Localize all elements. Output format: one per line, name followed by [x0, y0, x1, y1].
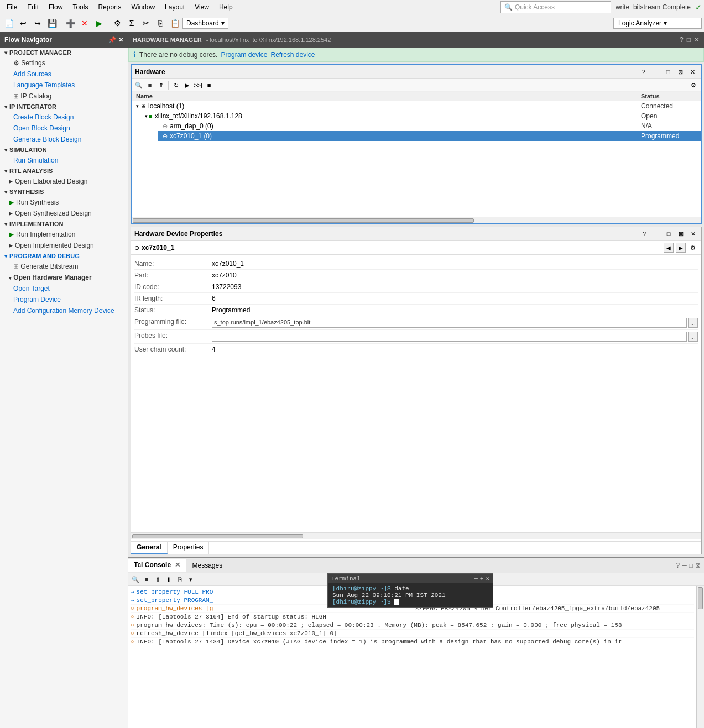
sidebar-item-run-synthesis[interactable]: ▶ Run Synthesis [0, 197, 128, 208]
hw-collapse-button[interactable]: ⇑ [156, 80, 166, 90]
sidebar-item-open-synthesized[interactable]: ▶ Open Synthesized Design [0, 208, 128, 219]
copy-button[interactable]: ⎘ [154, 17, 167, 30]
console-help-icon[interactable]: ? [676, 562, 680, 569]
terminal-min-button[interactable]: ─ [474, 575, 478, 582]
props-tab-general[interactable]: General [131, 542, 168, 554]
menu-view[interactable]: View [190, 2, 213, 12]
menu-flow[interactable]: Flow [44, 2, 67, 12]
menu-file[interactable]: File [2, 2, 22, 12]
dp-restore-icon[interactable]: ⊠ [676, 229, 686, 239]
hw-manager-help-icon[interactable]: ? [680, 36, 684, 44]
menu-edit[interactable]: Edit [23, 2, 43, 12]
menu-layout[interactable]: Layout [160, 2, 189, 12]
menu-reports[interactable]: Reports [93, 2, 126, 12]
sidebar-item-open-implemented[interactable]: ▶ Open Implemented Design [0, 240, 128, 251]
program-device-link[interactable]: Program device [221, 51, 267, 59]
hw-search-button[interactable]: 🔍 [134, 80, 144, 90]
hw-manager-close-icon[interactable]: ✕ [694, 36, 700, 44]
dashboard-select[interactable]: Dashboard ▾ [182, 18, 228, 29]
tcl-console-close-icon[interactable]: ✕ [175, 561, 180, 569]
sidebar-item-program-device[interactable]: Program Device [0, 294, 128, 305]
dp-max-icon[interactable]: □ [664, 229, 674, 239]
sidebar-item-open-block-design[interactable]: Open Block Design [0, 123, 128, 134]
hw-panel-restore-icon[interactable]: ⊠ [675, 67, 685, 77]
section-rtl-analysis-header[interactable]: ▾ RTL ANALYSIS [0, 166, 128, 176]
hw-manager-float-icon[interactable]: □ [687, 36, 691, 44]
terminal-max-button[interactable]: + [480, 575, 484, 582]
refresh-device-link[interactable]: Refresh device [270, 51, 315, 59]
console-scrollbar[interactable] [696, 586, 704, 728]
console-restore-icon[interactable]: ⊠ [695, 562, 701, 569]
props-progfile-input[interactable]: s_top.runs/impl_1/ebaz4205_top.bit [212, 318, 687, 328]
console-collapse-button[interactable]: ⇑ [153, 574, 163, 584]
sigma-button[interactable]: Σ [125, 17, 138, 30]
hw-panel-close-icon[interactable]: ✕ [687, 67, 697, 77]
dp-min-icon[interactable]: ─ [651, 229, 661, 239]
paste-button[interactable]: 📋 [168, 17, 181, 30]
sidebar-item-add-sources[interactable]: Add Sources [0, 69, 128, 80]
menu-help[interactable]: Help [215, 2, 237, 12]
section-synthesis-header[interactable]: ▾ SYNTHESIS [0, 187, 128, 197]
redo-button[interactable]: ↪ [31, 17, 44, 30]
sidebar-item-generate-block-design[interactable]: Generate Block Design [0, 134, 128, 145]
console-copy-button[interactable]: ⎘ [175, 574, 185, 584]
sidebar-item-open-hw-manager[interactable]: ▾ Open Hardware Manager [0, 272, 128, 283]
terminal-close-button[interactable]: ✕ [486, 575, 489, 582]
hw-tree-row-arm[interactable]: ⊕ arm_dap_0 (0) N/A [158, 121, 701, 131]
sidebar-item-add-config-memory[interactable]: Add Configuration Memory Device [0, 305, 128, 316]
section-project-manager-header[interactable]: ▾ PROJECT MANAGER [0, 48, 128, 57]
hw-settings-button[interactable]: ⚙ [689, 80, 698, 90]
sidebar-item-run-implementation[interactable]: ▶ Run Implementation [0, 229, 128, 240]
menu-tools[interactable]: Tools [68, 2, 92, 12]
console-max-icon[interactable]: □ [689, 562, 693, 569]
section-ip-integrator-header[interactable]: ▾ IP INTEGRATOR [0, 102, 128, 112]
sidebar-item-language-templates[interactable]: Language Templates [0, 80, 128, 91]
console-scroll-button[interactable]: ▾ [186, 574, 196, 584]
sidebar-item-open-target[interactable]: Open Target [0, 283, 128, 294]
section-program-debug-header[interactable]: ▾ PROGRAM AND DEBUG [0, 251, 128, 261]
sidebar-item-ip-catalog[interactable]: ⊞ IP Catalog [0, 91, 128, 102]
console-pause-button[interactable]: ⏸ [164, 574, 174, 584]
sidebar-pin-icon[interactable]: 📌 [108, 36, 116, 44]
hw-panel-min-icon[interactable]: ─ [651, 67, 661, 77]
run-button[interactable]: ▶ [92, 17, 106, 30]
quick-access-search[interactable]: 🔍 Quick Access [500, 1, 611, 13]
add-button[interactable]: ➕ [64, 17, 77, 30]
section-implementation-header[interactable]: ▾ IMPLEMENTATION [0, 219, 128, 229]
undo-button[interactable]: ↩ [17, 17, 30, 30]
cut-button[interactable]: ✂ [139, 17, 153, 30]
sidebar-item-run-simulation[interactable]: Run Simulation [0, 155, 128, 166]
sidebar-item-settings[interactable]: ⚙ Settings [0, 57, 128, 69]
hw-skip-button[interactable]: >>| [193, 80, 203, 90]
tab-tcl-console[interactable]: Tcl Console ✕ [128, 559, 186, 572]
sidebar-close-icon[interactable]: ✕ [118, 36, 123, 44]
console-min-icon[interactable]: ─ [682, 562, 687, 569]
hw-panel-help-icon[interactable]: ? [639, 67, 649, 77]
sidebar-item-create-block-design[interactable]: Create Block Design [0, 112, 128, 123]
hw-tree-row-localhost[interactable]: ▾ 🖥 localhost (1) Connected [132, 101, 701, 111]
new-file-button[interactable]: 📄 [2, 17, 15, 30]
hw-refresh-button[interactable]: ↻ [171, 80, 181, 90]
hw-stop-button[interactable]: ■ [204, 80, 214, 90]
settings-button[interactable]: ⚙ [111, 17, 124, 30]
hw-panel-max-icon[interactable]: □ [663, 67, 673, 77]
hw-scrollbar[interactable] [132, 217, 701, 223]
section-simulation-header[interactable]: ▾ SIMULATION [0, 145, 128, 155]
logic-analyzer-select[interactable]: Logic Analyzer ▾ [613, 18, 702, 29]
dp-scrollbar[interactable] [131, 532, 701, 539]
save-button[interactable]: 💾 [45, 17, 59, 30]
dp-close-icon[interactable]: ✕ [688, 229, 698, 239]
props-progfile-browse-button[interactable]: … [688, 318, 698, 328]
hw-run-button[interactable]: ▶ [182, 80, 192, 90]
nav-next-button[interactable]: ▶ [676, 243, 686, 253]
hw-filter-button[interactable]: ≡ [145, 80, 155, 90]
nav-settings-button[interactable]: ⚙ [688, 243, 698, 253]
tab-messages[interactable]: Messages [186, 559, 228, 572]
console-search-button[interactable]: 🔍 [131, 574, 140, 584]
sidebar-item-generate-bitstream[interactable]: ⊞ Generate Bitstream [0, 261, 128, 272]
sidebar-item-open-elaborated[interactable]: ▶ Open Elaborated Design [0, 176, 128, 187]
hw-tree-row-xc7z010[interactable]: ⊕ xc7z010_1 (0) Programmed [158, 131, 701, 141]
props-probesfile-input[interactable] [212, 332, 687, 342]
stop-button[interactable]: ✕ [78, 17, 91, 30]
console-filter-button[interactable]: ≡ [142, 574, 152, 584]
